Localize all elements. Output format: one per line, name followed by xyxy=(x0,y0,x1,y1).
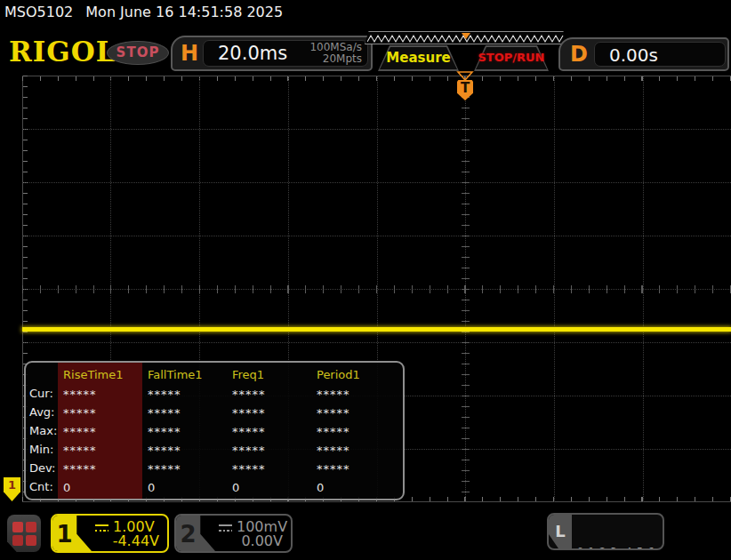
row-label: Cnt: xyxy=(29,477,60,496)
run-state-badge: STOP xyxy=(107,41,169,65)
dc-coupling-icon xyxy=(219,524,232,532)
rigol-logo: RIGOL xyxy=(9,36,116,68)
horizontal-panel[interactable]: H 20.0ms 100MSa/s 20Mpts xyxy=(171,36,373,71)
measure-count: 0 xyxy=(229,477,313,496)
row-label: Avg: xyxy=(29,403,60,421)
row-label: Max: xyxy=(29,421,60,440)
measure-value: ***** xyxy=(60,421,144,440)
timebase-value: 20.0ms xyxy=(218,43,287,64)
datetime: Mon June 16 14:51:58 2025 xyxy=(85,4,283,20)
measure-value: ***** xyxy=(229,403,313,421)
logic-channels-block[interactable]: L 0 1 2 3 4 5 6 7 8 9 10 11 12 13 14 15 xyxy=(547,513,664,550)
grid-line xyxy=(22,342,731,343)
delay-label: D xyxy=(570,42,588,67)
measure-button[interactable]: Measure xyxy=(378,45,459,71)
measure-col-header: Period1 xyxy=(313,365,398,384)
channel1-status-block[interactable]: 1 1.00V -4.44V xyxy=(51,514,169,553)
measure-value: ***** xyxy=(144,440,229,459)
channel1-trace xyxy=(22,327,731,332)
measure-count: 0 xyxy=(60,477,144,496)
measure-value: ***** xyxy=(313,403,398,421)
measure-value: ***** xyxy=(144,403,229,421)
channel1-position-marker[interactable]: 1 xyxy=(4,477,20,501)
dc-coupling-icon xyxy=(95,524,108,532)
menu-grid-icon xyxy=(26,535,36,546)
measure-value: ***** xyxy=(229,384,313,403)
measure-count: 0 xyxy=(144,477,229,496)
measure-value: ***** xyxy=(313,421,398,440)
measure-value: ***** xyxy=(229,421,313,440)
grid-line xyxy=(22,129,731,130)
delay-panel[interactable]: D 0.00s xyxy=(558,37,729,71)
measure-value: ***** xyxy=(229,440,313,459)
delay-value: 0.00s xyxy=(609,44,658,66)
grid-line xyxy=(22,182,731,183)
waveform-preview-strip[interactable] xyxy=(365,31,567,44)
model-name: MSO5102 xyxy=(4,4,73,20)
stop-run-button-label: STOP/RUN xyxy=(474,45,549,71)
trigger-badge[interactable]: T xyxy=(457,80,473,100)
delay-box[interactable]: 0.00s xyxy=(594,42,726,67)
channel2-offset: 0.00V xyxy=(241,532,283,549)
measure-value: ***** xyxy=(313,440,398,459)
grid-line xyxy=(22,236,731,236)
trigger-arrow-icon xyxy=(456,70,474,81)
measurement-grid: RiseTime1 FallTime1 Freq1 Period1 Cur: *… xyxy=(29,365,398,496)
measure-value: ***** xyxy=(144,384,229,403)
measure-value: ***** xyxy=(313,384,398,403)
measure-value: ***** xyxy=(313,459,398,477)
stop-run-button[interactable]: STOP/RUN xyxy=(474,45,549,71)
menu-grid-icon xyxy=(12,535,23,546)
acquisition-info: 100MSa/s 20Mpts xyxy=(309,42,362,65)
titlebar: MSO5102Mon June 16 14:51:58 2025 xyxy=(4,4,283,20)
channel1-offset: -4.44V xyxy=(113,532,159,549)
row-label: Min: xyxy=(29,440,60,459)
measure-col-header: Freq1 xyxy=(229,365,313,384)
measure-value: ***** xyxy=(60,403,144,421)
measure-value: ***** xyxy=(144,421,229,440)
timebase-box[interactable]: 20.0ms 100MSa/s 20Mpts xyxy=(203,40,368,67)
measure-value: ***** xyxy=(60,384,144,403)
oscilloscope-screen: MSO5102Mon June 16 14:51:58 2025 RIGOL S… xyxy=(0,0,731,560)
menu-grid-icon xyxy=(12,522,23,532)
preview-position-marker[interactable] xyxy=(462,33,470,39)
measure-button-label: Measure xyxy=(378,45,459,71)
channel1-number: 1 xyxy=(52,516,76,551)
row-label: Dev: xyxy=(29,459,60,477)
measure-value: ***** xyxy=(60,459,144,477)
channel2-status-block[interactable]: 2 100mV 0.00V xyxy=(174,514,293,553)
row-label: Cur: xyxy=(29,384,60,403)
menu-grid-button[interactable] xyxy=(7,515,41,552)
measure-count: 0 xyxy=(313,477,398,496)
measure-value: ***** xyxy=(144,459,229,477)
center-axis-ticks xyxy=(22,285,731,293)
measure-col-header: FallTime1 xyxy=(144,365,229,384)
menu-grid-icon xyxy=(26,522,36,532)
logic-channel-numbers: 0 1 2 3 4 5 6 7 8 9 10 11 12 13 14 15 xyxy=(577,518,664,550)
measure-col-header: RiseTime1 xyxy=(60,365,144,384)
channel2-number: 2 xyxy=(176,516,200,551)
horizontal-label: H xyxy=(181,41,198,66)
measure-value: ***** xyxy=(60,440,144,459)
measure-value: ***** xyxy=(229,459,313,477)
memory-depth: 20Mpts xyxy=(309,53,362,65)
logic-label: L xyxy=(549,515,572,548)
measurement-table[interactable]: RiseTime1 FallTime1 Freq1 Period1 Cur: *… xyxy=(24,361,405,500)
